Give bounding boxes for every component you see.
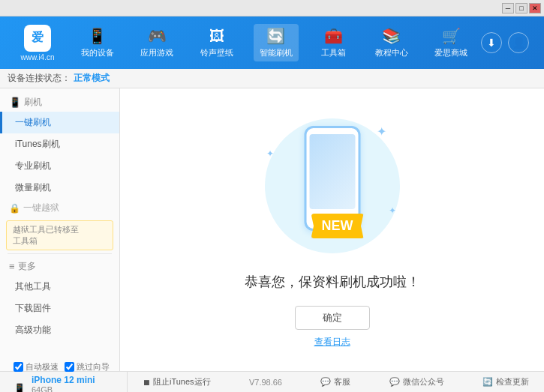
sidebar-item-other-tools[interactable]: 其他工具 — [0, 276, 119, 298]
skip-wizard-checkbox[interactable]: 跳过向导 — [65, 361, 110, 373]
device-info: iPhone 12 mini 64GB Down-12mini-13.1 — [32, 375, 98, 393]
flash-section-icon: 📱 — [9, 97, 21, 108]
wechat-button[interactable]: 💬 微信公众号 — [389, 376, 444, 388]
sidebar-jailbreak-note: 越狱工具已转移至工具箱 — [6, 220, 113, 250]
device-phone-icon: 📱 — [14, 383, 26, 392]
nav-bar: 📱 我的设备 🎮 应用游戏 🖼 铃声壁纸 🔄 智能刷机 🧰 工具箱 📚 教程中心… — [68, 24, 481, 61]
logo[interactable]: 爱 www.i4.cn — [8, 25, 68, 61]
nav-wallpaper[interactable]: 🖼 铃声壁纸 — [194, 25, 239, 61]
my-device-icon: 📱 — [88, 27, 107, 45]
auto-speed-label: 自动极速 — [26, 361, 59, 373]
apps-label: 应用游戏 — [140, 47, 173, 58]
sidebar-item-micro-flash[interactable]: 微量刷机 — [0, 177, 119, 199]
nav-my-device[interactable]: 📱 我的设备 — [75, 24, 120, 61]
maximize-button[interactable]: □ — [515, 3, 527, 13]
download-button[interactable]: ⬇ — [481, 32, 502, 53]
logo-url: www.i4.cn — [20, 53, 54, 61]
sparkle-icon-2: ✦ — [266, 148, 274, 159]
window-controls: ─ □ ✕ — [502, 3, 541, 13]
tools-label: 工具箱 — [321, 47, 346, 58]
phone-illustration: NEW ✦ ✦ ✦ — [257, 111, 407, 261]
sidebar-item-advanced[interactable]: 高级功能 — [0, 319, 119, 341]
sidebar-item-itunes-flash[interactable]: iTunes刷机 — [0, 133, 119, 155]
smart-flash-icon: 🔄 — [266, 27, 285, 45]
update-icon: 🔄 — [482, 377, 493, 387]
sidebar: 📱 刷机 一键刷机 iTunes刷机 专业刷机 微量刷机 🔒 一键越狱 越狱工具… — [0, 88, 120, 371]
wallpaper-label: 铃声壁纸 — [200, 47, 233, 58]
stop-itunes-button[interactable]: ⏹ 阻止iTunes运行 — [143, 376, 211, 388]
sidebar-item-jailbreak-disabled: 🔒 一键越狱 — [0, 199, 119, 217]
sparkle-icon-1: ✦ — [377, 124, 386, 139]
store-icon: 🛒 — [442, 27, 461, 45]
new-badge: NEW — [311, 214, 364, 238]
auto-speed-input[interactable] — [14, 362, 23, 372]
stop-itunes-label: 阻止iTunes运行 — [153, 376, 211, 388]
sparkle-icon-3: ✦ — [389, 205, 396, 216]
sidebar-item-onekey-flash[interactable]: 一键刷机 — [0, 112, 119, 133]
apps-icon: 🎮 — [148, 27, 167, 45]
status-bar: 设备连接状态： 正常模式 — [0, 69, 544, 88]
status-value: 正常模式 — [74, 72, 110, 85]
bottom-left-section: 自动极速 跳过向导 📱 iPhone 12 mini 64GB Down-12m… — [8, 361, 128, 393]
my-device-label: 我的设备 — [81, 47, 114, 58]
nav-apps[interactable]: 🎮 应用游戏 — [134, 24, 179, 61]
jailbreak-label: 一键越狱 — [23, 202, 59, 214]
sidebar-section-flash: 📱 刷机 — [0, 93, 119, 112]
skip-wizard-input[interactable] — [65, 362, 74, 372]
service-button[interactable]: 💬 客服 — [320, 376, 350, 388]
more-section-label: 更多 — [18, 260, 36, 273]
minimize-button[interactable]: ─ — [502, 3, 514, 13]
bottom-right-section: ⏹ 阻止iTunes运行 V7.98.66 💬 客服 💬 微信公众号 🔄 检查更… — [128, 376, 536, 388]
confirm-button[interactable]: 确定 — [295, 306, 370, 330]
nav-tutorial[interactable]: 📚 教程中心 — [369, 24, 414, 61]
auto-speed-checkbox[interactable]: 自动极速 — [14, 361, 59, 373]
store-label: 爱思商城 — [434, 47, 467, 58]
status-label: 设备连接状态： — [8, 72, 71, 85]
version-text: V7.98.66 — [249, 378, 282, 387]
wallpaper-icon: 🖼 — [209, 28, 224, 45]
device-name: iPhone 12 mini — [32, 375, 98, 385]
service-label: 客服 — [334, 376, 350, 388]
lock-icon: 🔒 — [9, 203, 20, 214]
device-row: 📱 iPhone 12 mini 64GB Down-12mini-13.1 — [14, 375, 110, 393]
sidebar-divider — [8, 253, 112, 254]
stop-icon: ⏹ — [143, 378, 151, 387]
title-bar: ─ □ ✕ — [0, 0, 544, 16]
wechat-label: 微信公众号 — [403, 376, 444, 388]
log-link[interactable]: 查看日志 — [314, 336, 350, 349]
tutorial-label: 教程中心 — [375, 47, 408, 58]
phone-screen — [309, 134, 355, 209]
header-right: ⬇ 👤 — [481, 32, 536, 53]
bottom-bar: 自动极速 跳过向导 📱 iPhone 12 mini 64GB Down-12m… — [0, 371, 544, 392]
update-label: 检查更新 — [496, 376, 529, 388]
smart-flash-label: 智能刷机 — [260, 47, 293, 58]
sidebar-item-pro-flash[interactable]: 专业刷机 — [0, 155, 119, 177]
sidebar-item-download-firmware[interactable]: 下载固件 — [0, 298, 119, 319]
sidebar-section-more: ≡ 更多 — [0, 257, 119, 276]
main-layout: 📱 刷机 一键刷机 iTunes刷机 专业刷机 微量刷机 🔒 一键越狱 越狱工具… — [0, 88, 544, 371]
close-button[interactable]: ✕ — [529, 3, 541, 13]
device-storage: 64GB — [32, 385, 98, 393]
logo-icon: 爱 — [24, 25, 51, 52]
content-area: NEW ✦ ✦ ✦ 恭喜您，保资料刷机成功啦！ 确定 查看日志 — [120, 88, 544, 371]
success-message: 恭喜您，保资料刷机成功啦！ — [245, 273, 420, 291]
user-button[interactable]: 👤 — [508, 32, 529, 53]
header: 爱 www.i4.cn 📱 我的设备 🎮 应用游戏 🖼 铃声壁纸 🔄 智能刷机 … — [0, 16, 544, 69]
tools-icon: 🧰 — [324, 27, 343, 45]
flash-section-label: 刷机 — [24, 96, 42, 109]
nav-tools[interactable]: 🧰 工具箱 — [313, 24, 354, 61]
nav-smart-flash[interactable]: 🔄 智能刷机 — [254, 24, 299, 61]
wechat-icon: 💬 — [389, 377, 400, 387]
nav-store[interactable]: 🛒 爱思商城 — [428, 24, 473, 61]
more-section-icon: ≡ — [9, 261, 15, 272]
update-button[interactable]: 🔄 检查更新 — [482, 376, 529, 388]
service-icon: 💬 — [320, 377, 331, 387]
tutorial-icon: 📚 — [382, 27, 401, 45]
skip-wizard-label: 跳过向导 — [77, 361, 110, 373]
